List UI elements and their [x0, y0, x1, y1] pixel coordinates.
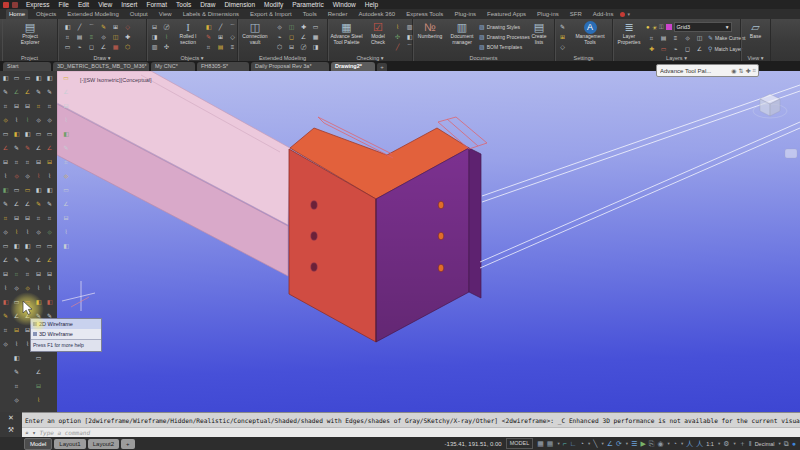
tool-icon[interactable]: ✎: [98, 23, 109, 32]
toolbar-icon[interactable]: ◧: [44, 183, 55, 197]
toolbar-icon[interactable]: ⟐: [0, 225, 11, 239]
ribbon-tab-view[interactable]: View: [156, 9, 175, 19]
toolbar-icon[interactable]: ◧: [44, 71, 55, 85]
tool-icon[interactable]: ◫: [286, 23, 297, 32]
menu-express[interactable]: Express: [26, 0, 49, 9]
status-lineweight-icon[interactable]: ☰: [631, 438, 637, 449]
toolbar-icon[interactable]: ⊟: [11, 211, 22, 225]
status-workspace-icon[interactable]: ⚙: [723, 438, 729, 449]
objects-tools-left[interactable]: ⊟〄◨⌇▥✣: [149, 23, 172, 52]
tool-icon[interactable]: ✚: [646, 45, 657, 54]
toolbar-icon[interactable]: ∠: [0, 253, 11, 267]
tool-icon[interactable]: ◻: [286, 33, 297, 42]
toolbar-icon[interactable]: ⌇: [11, 225, 22, 239]
toolbar-icon[interactable]: ◧: [0, 295, 11, 309]
tool-icon[interactable]: ▭: [310, 23, 321, 32]
palette-grid-icon[interactable]: ⌗: [753, 67, 756, 74]
tool-icon[interactable]: ⌒: [86, 23, 97, 32]
status-object-snap-icon[interactable]: ∠: [607, 438, 613, 449]
tool-icon[interactable]: ◫: [110, 33, 121, 42]
toolbar-icon[interactable]: ◧: [11, 351, 22, 365]
tool-icon[interactable]: ⌒: [227, 23, 238, 32]
menu-modify[interactable]: Modify: [264, 0, 283, 9]
tool-icon[interactable]: ✣: [161, 43, 172, 52]
toolbar-icon[interactable]: ∠: [57, 197, 75, 211]
toolbar-icon[interactable]: ⌗: [33, 211, 44, 225]
layer-color-swatch[interactable]: [666, 24, 672, 30]
save-icon[interactable]: [12, 2, 18, 8]
toolbar-icon[interactable]: ✎: [11, 365, 22, 379]
menu-window[interactable]: Window: [333, 0, 356, 9]
toolbar-icon[interactable]: ▭: [57, 183, 75, 197]
tool-icon[interactable]: ◧: [62, 23, 73, 32]
toolbar-icon[interactable]: ∠: [44, 253, 55, 267]
viewport-controls-label[interactable]: [-][SW Isometric][Conceptual]: [80, 77, 152, 83]
settings-tools[interactable]: ✎⊞◇: [557, 23, 568, 52]
tooltip-item-3d-wireframe[interactable]: 3D Wireframe: [31, 329, 101, 339]
status-snap-mode-icon[interactable]: ▦: [547, 438, 554, 449]
doc-tab-fh8305-s-[interactable]: FH8305-S*: [197, 62, 249, 71]
menu-view[interactable]: View: [98, 0, 112, 9]
tool-icon[interactable]: ✣: [392, 33, 403, 42]
tool-icon[interactable]: ╱: [74, 23, 85, 32]
toolbar-icon[interactable]: ⌗: [0, 99, 11, 113]
toolbar-icon[interactable]: ⌗: [44, 99, 55, 113]
status-add-cleanup-icon[interactable]: ＋: [739, 438, 746, 449]
toolbar-icon[interactable]: ⌗: [57, 155, 75, 169]
make-current-button[interactable]: ✎ Make Current: [708, 34, 745, 43]
toolbar-icon[interactable]: ✎: [33, 85, 44, 99]
toolbar-icon[interactable]: ∠: [33, 253, 44, 267]
toolbar-icon[interactable]: ⊟: [33, 155, 44, 169]
toolbar-icon[interactable]: ✎: [22, 253, 33, 267]
toolbar-icon[interactable]: ◧: [22, 127, 33, 141]
tool-icon[interactable]: ▤: [658, 34, 669, 43]
tool-icon[interactable]: ⟐: [682, 34, 693, 43]
menu-parametric[interactable]: Parametric: [292, 0, 323, 9]
menu-file[interactable]: File: [58, 0, 68, 9]
tool-icon[interactable]: ⟐: [98, 33, 109, 42]
status-quick-properties-icon[interactable]: ⧉: [784, 438, 789, 449]
toolbar-icon[interactable]: ⌗: [0, 323, 11, 337]
menu-help[interactable]: Help: [365, 0, 378, 9]
tool-icon[interactable]: ✚: [122, 33, 133, 42]
toolbar-icon[interactable]: ◧: [57, 239, 75, 253]
palette-circle-icon[interactable]: ◉: [731, 67, 736, 74]
toolbar-icon[interactable]: ∠: [22, 85, 33, 99]
drawing-styles-button[interactable]: ▨ Drawing Styles: [479, 23, 530, 32]
toolbar-icon[interactable]: ∠: [57, 85, 75, 99]
toolbar-icon[interactable]: ⟐: [0, 337, 11, 351]
ribbon-tab-objects[interactable]: Objects: [33, 9, 59, 19]
status-clean-screen-icon[interactable]: ●: [792, 438, 796, 449]
status-selection-cycling-icon[interactable]: ⎘: [649, 438, 655, 449]
status-units[interactable]: Decimal: [755, 441, 775, 447]
menu-format[interactable]: Format: [146, 0, 167, 9]
close-command-icon[interactable]: ✕: [0, 412, 22, 424]
menu-draw[interactable]: Draw: [200, 0, 215, 9]
doc-tab-start[interactable]: Start: [3, 62, 51, 71]
toolbar-icon[interactable]: ⌗: [0, 211, 11, 225]
status-annotate-2-icon[interactable]: 人: [696, 438, 703, 449]
tool-icon[interactable]: 〄: [161, 23, 172, 32]
tool-icon[interactable]: ╱: [392, 43, 403, 52]
toolbar-icon[interactable]: ⊟: [22, 99, 33, 113]
bolt-hole[interactable]: [311, 232, 317, 240]
status-annotation-scale[interactable]: 1:1: [706, 441, 714, 447]
bom-templates-button[interactable]: ▨ BOM Templates: [479, 43, 530, 52]
record-caret-icon[interactable]: ▾: [627, 11, 630, 17]
toolbar-icon[interactable]: ✎: [11, 253, 22, 267]
ribbon-tab-autodesk-360[interactable]: Autodesk 360: [355, 9, 398, 19]
toolbar-icon[interactable]: ⟐: [22, 169, 33, 183]
toolbar-icon[interactable]: ✎: [33, 197, 44, 211]
tool-icon[interactable]: ⌇: [392, 23, 403, 32]
toolbar-icon[interactable]: ⌇: [57, 225, 75, 239]
menu-edit[interactable]: Edit: [78, 0, 89, 9]
status-caret-icon[interactable]: ▾: [667, 441, 669, 446]
toolbar-icon[interactable]: ⊟: [44, 267, 55, 281]
toolbar-icon[interactable]: ⟐: [11, 169, 22, 183]
tool-icon[interactable]: ≡: [670, 34, 681, 43]
ribbon-tab-extended-modeling[interactable]: Extended Modeling: [64, 9, 121, 19]
toolbar-icon[interactable]: ⌗: [44, 211, 55, 225]
ribbon-tab-home[interactable]: Home: [6, 9, 28, 19]
status-autoscale-icon[interactable]: ◔: [673, 438, 677, 449]
toolbar-icon[interactable]: ⟐: [33, 113, 44, 127]
